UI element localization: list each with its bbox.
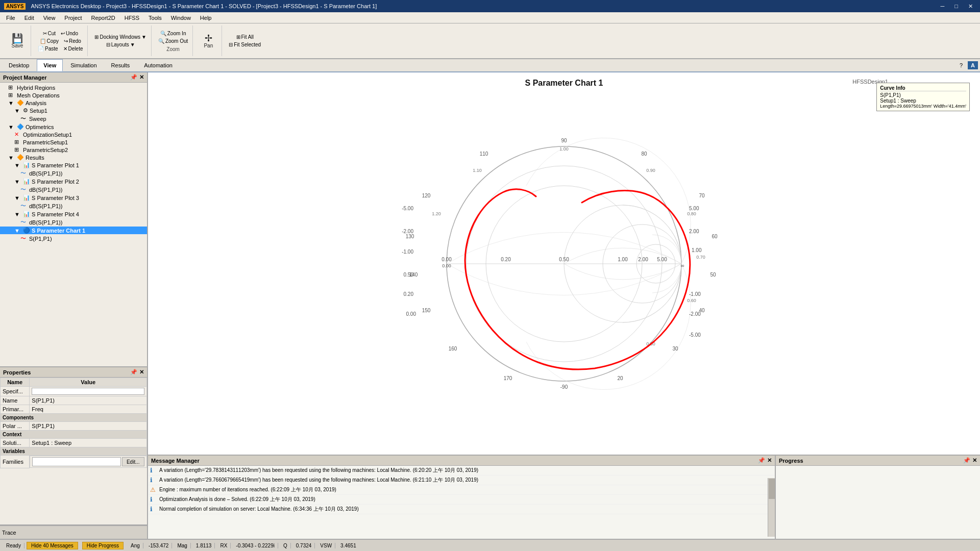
menu-file[interactable]: File bbox=[2, 14, 19, 22]
properties-header-icons[interactable]: 📌 ✕ bbox=[130, 369, 144, 375]
delete-label: Delete bbox=[68, 46, 83, 52]
tree-optimetrics[interactable]: ▼ 🔷 Optimetrics bbox=[0, 123, 147, 131]
menu-report2d[interactable]: Report2D bbox=[87, 14, 119, 22]
tab-results[interactable]: Results bbox=[105, 59, 137, 71]
tree-optimization-setup1[interactable]: ✕ OptimizationSetup1 bbox=[0, 131, 147, 138]
menu-help[interactable]: Help bbox=[196, 14, 216, 22]
tree-parametric-setup2[interactable]: ⊞ ParametricSetup2 bbox=[0, 146, 147, 154]
delete-button[interactable]: ✕ Delete bbox=[62, 45, 85, 52]
tab-automation[interactable]: Automation bbox=[137, 59, 179, 71]
hide-progress-button[interactable]: Hide Progress bbox=[82, 542, 124, 549]
tab-simulation[interactable]: Simulation bbox=[64, 59, 103, 71]
tree-analysis[interactable]: ▼ 🔶 Analysis bbox=[0, 99, 147, 107]
prop-variables-label: Variables bbox=[1, 447, 147, 456]
mm-pin-icon[interactable]: 📌 bbox=[758, 457, 765, 464]
prop-families-value[interactable]: Edit... bbox=[30, 456, 146, 468]
docking-icon: ⊞ bbox=[94, 34, 99, 40]
message-scrollbar[interactable] bbox=[768, 478, 775, 537]
tree-s-param-plot3[interactable]: ▼ 📊 S Parameter Plot 3 bbox=[0, 194, 147, 202]
tree-s-param-plot2[interactable]: ▼ 📊 S Parameter Plot 2 bbox=[0, 178, 147, 185]
prop-primary-value: Freq bbox=[30, 405, 147, 414]
pm-close-icon[interactable]: ✕ bbox=[139, 74, 144, 81]
prop-specif-value[interactable] bbox=[30, 387, 147, 396]
tab-view[interactable]: View bbox=[37, 59, 63, 71]
pm-pin-icon[interactable]: 📌 bbox=[130, 74, 137, 81]
families-edit-button[interactable]: Edit... bbox=[122, 457, 144, 466]
progress-header-icons[interactable]: 📌 ✕ bbox=[963, 457, 977, 464]
tree-setup1[interactable]: ▼ ⚙ Setup1 bbox=[0, 107, 147, 114]
s-p1p1-label: S(P1,P1) bbox=[29, 236, 52, 242]
layouts-button[interactable]: ⊟ Layouts ▼ bbox=[105, 41, 137, 48]
cut-button[interactable]: ✂ Cut bbox=[41, 30, 58, 37]
menu-view[interactable]: View bbox=[39, 14, 60, 22]
tree-s-param-plot1[interactable]: ▼ 📊 S Parameter Plot 1 bbox=[0, 161, 147, 169]
tree-db-s-p1p1-3[interactable]: 〜 dB(S(P1,P1)) bbox=[0, 202, 147, 210]
setup1-icon: ⚙ bbox=[23, 107, 28, 114]
tree-s-param-plot4[interactable]: ▼ 📊 S Parameter Plot 4 bbox=[0, 210, 147, 218]
svg-text:120: 120 bbox=[422, 193, 431, 198]
tree-hybrid-regions[interactable]: ⊞ Hybrid Regions bbox=[0, 84, 147, 91]
maximize-button[interactable]: □ bbox=[951, 2, 961, 11]
menu-edit[interactable]: Edit bbox=[20, 14, 38, 22]
zoom-in-button[interactable]: 🔍 Zoom In bbox=[159, 30, 188, 37]
progress-content bbox=[776, 466, 980, 474]
menu-hfss[interactable]: HFSS bbox=[120, 14, 143, 22]
db1-icon: 〜 bbox=[20, 169, 28, 177]
status-ang-label: Ang bbox=[128, 543, 143, 548]
menu-window[interactable]: Window bbox=[167, 14, 195, 22]
title-bar-controls[interactable]: ─ □ ✕ bbox=[938, 2, 976, 11]
chart-area[interactable]: S Parameter Chart 1 HFSSDesign1 bbox=[148, 72, 980, 455]
docking-windows-button[interactable]: ⊞ Docking Windows ▼ bbox=[93, 34, 148, 40]
minimize-button[interactable]: ─ bbox=[938, 2, 948, 11]
status-mag-label: Mag bbox=[174, 543, 190, 548]
redo-button[interactable]: ↪ Redo bbox=[62, 38, 83, 44]
fit-all-button[interactable]: ⊞ Fit All bbox=[235, 34, 255, 40]
svg-text:130: 130 bbox=[406, 234, 414, 239]
paste-button[interactable]: 📄 Paste bbox=[36, 45, 60, 52]
prog-pin-icon[interactable]: 📌 bbox=[963, 457, 970, 464]
results-icon: 🔶 bbox=[17, 154, 24, 161]
undo-button[interactable]: ↩ Undo bbox=[59, 30, 80, 37]
copy-label: Copy bbox=[47, 38, 59, 44]
close-button[interactable]: ✕ bbox=[965, 2, 976, 11]
zoom-out-button[interactable]: 🔍 Zoom Out bbox=[157, 38, 189, 44]
msg-text-2: A variation (Length='29.7660679665419mm'… bbox=[159, 477, 478, 484]
menu-project[interactable]: Project bbox=[60, 14, 86, 22]
fit-selected-button[interactable]: ⊟ Fit Selected bbox=[227, 41, 262, 48]
tree-s-p1p1[interactable]: 〜 S(P1,P1) bbox=[0, 234, 147, 243]
s-param-plot2-label: S Parameter Plot 2 bbox=[32, 179, 79, 185]
curve-info-line2: Setup1 : Sweep bbox=[880, 98, 966, 104]
copy-button[interactable]: 📋 Copy bbox=[38, 38, 60, 44]
tree-mesh-operations[interactable]: ⊞ Mesh Operations bbox=[0, 91, 147, 99]
pan-button[interactable]: ✢ Pan bbox=[198, 33, 218, 49]
svg-text:90: 90 bbox=[561, 138, 567, 143]
specif-input[interactable] bbox=[32, 388, 144, 395]
project-manager-header-icons[interactable]: 📌 ✕ bbox=[130, 74, 144, 81]
save-button[interactable]: 💾 Save bbox=[7, 33, 28, 49]
mm-header-icons[interactable]: 📌 ✕ bbox=[758, 457, 772, 464]
tab-desktop[interactable]: Desktop bbox=[2, 59, 36, 71]
prog-close-icon[interactable]: ✕ bbox=[972, 457, 977, 464]
msg-info-icon-4: ℹ bbox=[150, 496, 157, 503]
families-input[interactable] bbox=[32, 457, 121, 466]
ansys-a-icon[interactable]: A bbox=[968, 61, 978, 69]
mm-close-icon[interactable]: ✕ bbox=[767, 457, 772, 464]
help-icon[interactable]: ? bbox=[957, 61, 966, 69]
menu-tools[interactable]: Tools bbox=[144, 14, 166, 22]
tree-parametric-setup1[interactable]: ⊞ ParametricSetup1 bbox=[0, 138, 147, 146]
hide-messages-button[interactable]: Hide 40 Messages bbox=[27, 542, 78, 549]
tree-db-s-p1p1-2[interactable]: 〜 dB(S(P1,P1)) bbox=[0, 185, 147, 194]
tree-s-param-chart1[interactable]: ▼ 🔵 S Parameter Chart 1 bbox=[0, 227, 147, 234]
tree-results[interactable]: ▼ 🔶 Results bbox=[0, 154, 147, 161]
tree-db-s-p1p1-4[interactable]: 〜 dB(S(P1,P1)) bbox=[0, 218, 147, 227]
mesh-operations-label: Mesh Operations bbox=[17, 92, 60, 98]
pan-icon: ✢ bbox=[205, 34, 212, 43]
status-q-label: Q bbox=[280, 543, 291, 548]
prop-pin-icon[interactable]: 📌 bbox=[130, 369, 137, 375]
svg-text:1.00: 1.00 bbox=[559, 146, 569, 152]
s-param-plot3-label: S Parameter Plot 3 bbox=[32, 195, 79, 201]
prop-close-icon[interactable]: ✕ bbox=[139, 369, 144, 375]
layouts-icon: ⊟ bbox=[106, 42, 110, 47]
tree-db-s-p1p1-1[interactable]: 〜 dB(S(P1,P1)) bbox=[0, 169, 147, 178]
tree-sweep[interactable]: 〜 Sweep bbox=[0, 114, 147, 123]
